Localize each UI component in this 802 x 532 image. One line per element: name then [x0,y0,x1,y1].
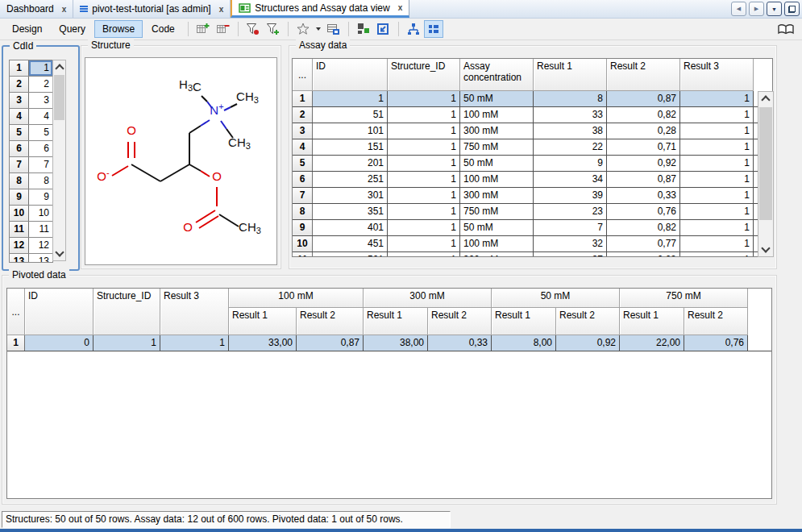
scroll-up-icon[interactable] [55,64,64,73]
row-header[interactable]: 6 [10,141,29,156]
group-column-header[interactable]: 50 mM [492,289,620,308]
assay-cell[interactable]: 750 mM [460,139,534,155]
cdid-cell[interactable]: 13 [29,254,52,263]
browse-button[interactable]: Browse [94,20,143,38]
assay-cell[interactable]: 451 [313,236,388,251]
cdid-cell[interactable]: 5 [29,125,52,140]
tab-dashboard[interactable]: Dashboard x [0,0,73,18]
assay-cell[interactable]: 1 [388,91,460,106]
assay-cell[interactable]: 1 [680,220,754,235]
assay-cell[interactable]: 1 [388,123,460,139]
column-header[interactable]: Result 1 [620,308,684,335]
row-header[interactable]: 2 [293,107,313,123]
list-view-button[interactable] [424,20,443,38]
design-button[interactable]: Design [4,20,50,38]
cdid-cell[interactable]: 10 [29,206,52,221]
row-header[interactable]: 11 [293,252,313,257]
assay-cell[interactable]: 1 [388,156,460,171]
tab-pivot-test-tutorial[interactable]: pivot-test-tutorial [as admin] x [73,0,231,18]
assay-cell[interactable]: 1 [388,188,460,203]
assay-cell[interactable]: 100 mM [460,172,534,187]
assay-cell[interactable]: 1 [680,156,754,171]
window-layout-button[interactable] [354,20,373,38]
pivot-cell[interactable]: 38,00 [364,335,428,351]
assay-cell[interactable]: 50 mM [460,91,534,106]
column-header[interactable]: Assay concentration [460,59,534,91]
pivot-cell[interactable]: 0,33 [428,335,492,351]
row-header[interactable]: 10 [10,206,29,221]
assay-cell[interactable]: 50 mM [460,220,534,235]
column-header[interactable]: Result 2 [607,59,680,91]
assay-cell[interactable]: 0,23 [607,252,680,257]
row-header[interactable]: 11 [10,222,29,237]
assay-cell[interactable]: 1 [680,123,754,139]
scrollbar-thumb[interactable] [54,75,64,120]
query-button[interactable]: Query [51,20,93,38]
delete-row-button[interactable] [214,20,233,38]
row-header[interactable]: 10 [293,236,313,251]
row-header[interactable]: 1 [293,91,313,106]
assay-cell[interactable]: 1 [388,204,460,219]
assay-cell[interactable]: 38 [534,123,607,139]
schema-browser-button[interactable] [774,20,798,38]
pivot-cell[interactable]: 33,00 [229,335,297,351]
assay-cell[interactable]: 1 [680,107,754,123]
assay-cell[interactable]: 501 [313,252,388,257]
assay-cell[interactable]: 1 [388,107,460,123]
assay-cell[interactable]: 1 [680,204,754,219]
assay-cell[interactable]: 1 [388,139,460,155]
assay-cell[interactable]: 8 [534,91,607,106]
assay-cell[interactable]: 301 [313,188,388,203]
cdid-cell[interactable]: 2 [29,77,52,92]
pivot-cell[interactable]: 0,76 [684,335,748,351]
assay-cell[interactable]: 0,76 [607,204,680,219]
assay-cell[interactable]: 300 mM [460,252,534,257]
assay-cell[interactable]: 1 [680,91,754,106]
row-header[interactable]: 1 [7,335,25,351]
pivot-cell[interactable]: 0 [25,335,93,351]
column-header[interactable]: Result 3 [680,59,754,91]
assay-cell[interactable]: 7 [534,220,607,235]
assay-cell[interactable]: 1 [680,188,754,203]
assay-cell[interactable]: 0,87 [607,172,680,187]
assay-scrollbar[interactable] [758,91,774,257]
tab-list-dropdown-button[interactable]: ▼ [767,2,782,16]
column-header[interactable]: Result 2 [556,308,620,335]
assay-cell[interactable]: 32 [534,236,607,251]
assay-cell[interactable]: 37 [534,252,607,257]
assay-cell[interactable]: 351 [313,204,388,219]
column-header[interactable]: Structure_ID [388,59,460,91]
table-corner-button[interactable]: ... [293,59,313,91]
assay-cell[interactable]: 22 [534,139,607,155]
assay-cell[interactable]: 0,87 [607,91,680,106]
row-header[interactable]: 9 [10,189,29,205]
assay-cell[interactable]: 300 mM [460,123,534,139]
row-header[interactable]: 13 [10,254,29,263]
column-header[interactable]: Result 3 [160,289,229,335]
row-header[interactable]: 1 [10,60,29,76]
row-header[interactable]: 4 [10,109,29,124]
cdid-cell[interactable]: 1 [29,60,52,76]
close-icon[interactable]: x [62,5,67,14]
hierarchy-view-button[interactable] [404,20,423,38]
group-column-header[interactable]: 300 mM [364,289,492,308]
assay-cell[interactable]: 0,82 [607,220,680,235]
assay-cell[interactable]: 1 [680,236,754,251]
assay-cell[interactable]: 1 [313,91,388,106]
assay-cell[interactable]: 151 [313,139,388,155]
group-column-header[interactable]: 100 mM [229,289,364,308]
pivot-cell[interactable]: 0,92 [556,335,620,351]
row-header[interactable]: 5 [293,156,313,171]
row-header[interactable]: 7 [293,188,313,203]
close-icon[interactable]: x [219,5,224,14]
row-header[interactable]: 7 [10,157,29,172]
assay-cell[interactable]: 0,92 [607,156,680,171]
assay-cell[interactable]: 1 [388,172,460,187]
column-header[interactable]: Result 1 [534,59,607,91]
assay-cell[interactable]: 100 mM [460,236,534,251]
assay-cell[interactable]: 401 [313,220,388,235]
filter-button[interactable] [243,20,263,38]
pivot-cell[interactable]: 8,00 [492,335,556,351]
assay-cell[interactable]: 0,28 [607,123,680,139]
table-corner-button[interactable]: ... [7,289,25,335]
